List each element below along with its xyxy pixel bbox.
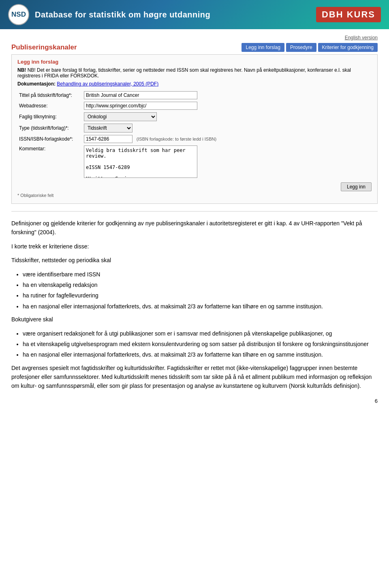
header-right: DBH KURS: [316, 7, 381, 22]
form-section-title: Legg inn forslag: [17, 59, 372, 65]
english-version-link[interactable]: English version: [345, 35, 378, 41]
faglig-select[interactable]: Onkologi: [84, 112, 157, 121]
section-divider: [11, 211, 378, 212]
webadresse-row: Webadresse:: [17, 100, 372, 111]
body-para3-intro: Bokutgivere skal: [11, 315, 378, 324]
dbh-kurs-logo: DBH KURS: [316, 7, 381, 22]
type-row: Type (tidsskrift/forlag)*: Tidsskrift: [17, 122, 372, 134]
doc-pdf-link[interactable]: Behandling av publiseringskanaler, 2005 …: [57, 81, 158, 87]
tittel-row: Tittel på tidsskrift/forlag*:: [17, 90, 372, 100]
faglig-label: Faglig tilknytning:: [17, 111, 82, 122]
list-item: ha en nasjonal eller internasjonal forfa…: [23, 302, 378, 311]
issn-note: (ISBN forlagskode: to første ledd i ISBN…: [137, 137, 216, 141]
kommentar-textarea[interactable]: Veldig bra tidsskrift som har peer revie…: [84, 145, 197, 178]
site-header: NSD Database for statistikk om høgre utd…: [0, 0, 389, 29]
kriterier-nav-btn[interactable]: Kriterier for godkjenning: [318, 43, 378, 52]
body-para2-sub: Tidsskrifter, nettsteder og periodika sk…: [11, 256, 378, 265]
body-para1: Definisjoner og gjeldende kriterier for …: [11, 219, 378, 237]
section-title: Publiseringskanaler: [11, 43, 77, 51]
header-left: NSD Database for statistikk om høgre utd…: [8, 4, 210, 25]
list-item: ha rutiner for fagfellevurdering: [23, 291, 378, 300]
kommentar-row: Kommentar: Veldig bra tidsskrift som har…: [17, 144, 372, 179]
doc-link: Dokumentasjon: Behandling av publisering…: [17, 81, 372, 87]
list-item: ha en vitenskapelig redaksjon: [23, 280, 378, 289]
list-item: være organisert redaksjonelt for å utgi …: [23, 329, 378, 338]
body-para3-list: være organisert redaksjonelt for å utgi …: [23, 329, 378, 359]
issn-label: ISSN/ISBN-forlagskode*:: [17, 134, 82, 144]
legg-inn-submit-button[interactable]: Legg inn: [341, 182, 372, 191]
body-text: Definisjoner og gjeldende kriterier for …: [11, 219, 378, 391]
legg-inn-forslag-nav-btn[interactable]: Legg inn forslag: [242, 43, 284, 52]
nav-buttons: Legg inn forslag Prosedyre Kriterier for…: [242, 43, 378, 52]
header-title: Database for statistikk om høgre utdanni…: [35, 10, 210, 19]
section-header: Publiseringskanaler Legg inn forslag Pro…: [11, 43, 378, 52]
issn-row: ISSN/ISBN-forlagskode*: (ISBN forlagskod…: [17, 134, 372, 144]
warning-text: NB! NB! Det er bare forslag til forlag, …: [17, 67, 372, 79]
issn-input[interactable]: [84, 135, 133, 143]
tittel-label: Tittel på tidsskrift/forlag*:: [17, 90, 82, 100]
page-number: 6: [11, 398, 378, 404]
faglig-row: Faglig tilknytning: Onkologi: [17, 111, 372, 122]
main-content: English version Publiseringskanaler Legg…: [0, 29, 389, 412]
submit-row: Legg inn: [17, 182, 372, 191]
obligatory-note: * Obligatoriske felt: [17, 193, 372, 198]
form-table: Tittel på tidsskrift/forlag*: Webadresse…: [17, 90, 372, 179]
webadresse-label: Webadresse:: [17, 100, 82, 111]
type-label: Type (tidsskrift/forlag)*:: [17, 122, 82, 134]
top-nav: English version: [11, 35, 378, 41]
list-item: være identifiserbare med ISSN: [23, 270, 378, 279]
nsd-logo: NSD: [8, 4, 29, 25]
kommentar-label: Kommentar:: [17, 144, 82, 179]
list-item: ha et vitenskapelig utgivelsesprogram me…: [23, 340, 378, 349]
list-item: ha en nasjonal eller internasjonal forfa…: [23, 350, 378, 359]
form-section: Legg inn forslag NB! NB! Det er bare for…: [11, 54, 378, 204]
tittel-input[interactable]: [84, 91, 197, 99]
prosedyre-nav-btn[interactable]: Prosedyre: [286, 43, 316, 52]
body-para2-list: være identifiserbare med ISSN ha en vite…: [23, 270, 378, 311]
body-para4: Det avgrenses spesielt mot fagtidsskrift…: [11, 363, 378, 391]
type-select[interactable]: Tidsskrift: [84, 124, 133, 133]
body-para2-intro: I korte trekk er kriteriene disse:: [11, 242, 378, 251]
webadresse-input[interactable]: [84, 102, 197, 110]
